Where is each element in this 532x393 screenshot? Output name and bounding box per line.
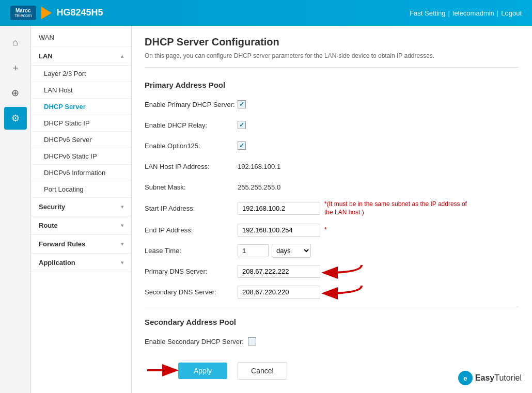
enable-dhcp-relay-row: Enable DHCP Relay: bbox=[145, 118, 519, 132]
enable-option125-row: Enable Option125: bbox=[145, 138, 519, 153]
header-sep1: | bbox=[448, 9, 450, 17]
device-model: HG8245H5 bbox=[57, 7, 103, 18]
sidebar-forwardrules-chevron: ▾ bbox=[121, 241, 123, 247]
primary-dns-input[interactable] bbox=[238, 265, 320, 278]
sidebar-sub-dhcpv6info[interactable]: DHCPv6 Information bbox=[31, 165, 131, 181]
sidebar-forwardrules-label: Forward Rules bbox=[39, 240, 85, 248]
home-icon: ⌂ bbox=[12, 37, 18, 48]
start-ip-row: Start IP Address: *(It must be in the sa… bbox=[145, 200, 519, 216]
sidebar-lan-chevron: ▴ bbox=[121, 53, 123, 59]
apply-arrow-icon bbox=[145, 361, 181, 380]
brand-name: EasyTutoriel bbox=[475, 373, 522, 383]
nav-add-item[interactable]: ＋ bbox=[4, 56, 27, 79]
settings-icon: ⚙ bbox=[11, 113, 20, 124]
primary-dns-arrow-icon bbox=[318, 262, 364, 283]
start-ip-input[interactable] bbox=[238, 202, 320, 215]
cancel-button[interactable]: Cancel bbox=[238, 362, 287, 380]
sidebar-dhcpv6server-label: DHCPv6 Server bbox=[44, 136, 91, 144]
sidebar-section-security[interactable]: Security ▾ bbox=[31, 198, 131, 216]
end-ip-row: End IP Address: * bbox=[145, 223, 519, 237]
sidebar-layer23port-label: Layer 2/3 Port bbox=[44, 70, 86, 77]
sidebar-sub-dhcpserver[interactable]: DHCP Server bbox=[31, 99, 131, 115]
enable-primary-dhcp-checkbox[interactable] bbox=[238, 100, 246, 108]
fast-setting-link[interactable]: Fast Setting bbox=[410, 9, 445, 17]
sidebar-section-lan[interactable]: LAN ▴ bbox=[31, 47, 131, 66]
lease-time-unit-select[interactable]: minutes hours days bbox=[272, 244, 311, 258]
brand-easy: Easy bbox=[475, 373, 494, 382]
page-title: DHCP Server Configuration bbox=[145, 36, 519, 48]
brand-tutoriel: Tutoriel bbox=[494, 373, 522, 382]
primary-dns-row: Primary DNS Server: bbox=[145, 264, 519, 278]
logout-link[interactable]: Logout bbox=[501, 9, 522, 17]
secondary-dns-row: Secondary DNS Server: bbox=[145, 285, 519, 299]
enable-dhcp-relay-label: Enable DHCP Relay: bbox=[145, 121, 238, 129]
start-ip-note: *(It must be in the same subnet as the I… bbox=[324, 200, 469, 216]
sidebar-application-label: Application bbox=[39, 259, 75, 266]
start-ip-label: Start IP Address: bbox=[145, 205, 238, 212]
end-ip-input[interactable] bbox=[238, 224, 320, 237]
sidebar-section-application[interactable]: Application ▾ bbox=[31, 254, 131, 272]
sidebar-security-chevron: ▾ bbox=[121, 204, 123, 210]
logo-line1: Maroc bbox=[14, 8, 32, 13]
subnet-mask-row: Subnet Mask: 255.255.255.0 bbox=[145, 180, 519, 194]
secondary-dns-input[interactable] bbox=[238, 286, 320, 298]
sidebar-portlocating-label: Port Locating bbox=[44, 185, 84, 193]
logo-diamond-icon bbox=[41, 7, 52, 19]
main-content: DHCP Server Configuration On this page, … bbox=[132, 26, 532, 390]
sidebar-sub-layer23port[interactable]: Layer 2/3 Port bbox=[31, 66, 131, 82]
sidebar: WAN LAN ▴ Layer 2/3 Port LAN Host DHCP S… bbox=[31, 26, 132, 393]
apply-button[interactable]: Apply bbox=[178, 363, 227, 379]
sidebar-dhcpv6info-label: DHCPv6 Information bbox=[44, 169, 105, 177]
header-sep2: | bbox=[497, 9, 498, 17]
lan-host-ip-row: LAN Host IP Address: 192.168.100.1 bbox=[145, 159, 519, 174]
enable-secondary-dhcp-label: Enable Secondary DHCP Server: bbox=[145, 338, 248, 345]
primary-pool-title: Primary Address Pool bbox=[145, 78, 519, 89]
sidebar-lanhost-label: LAN Host bbox=[44, 86, 73, 94]
secondary-dns-label: Secondary DNS Server: bbox=[145, 288, 238, 296]
sidebar-application-chevron: ▾ bbox=[121, 260, 123, 265]
logo-line2: Telecom bbox=[14, 13, 32, 19]
lan-host-ip-label: LAN Host IP Address: bbox=[145, 163, 238, 170]
enable-dhcp-relay-checkbox[interactable] bbox=[238, 121, 246, 129]
header-right: Fast Setting | telecomadmin | Logout bbox=[410, 9, 522, 17]
sidebar-dhcpserver-label: DHCP Server bbox=[44, 103, 86, 111]
sidebar-section-forwardrules[interactable]: Forward Rules ▾ bbox=[31, 235, 131, 254]
add-icon: ＋ bbox=[11, 61, 20, 74]
sidebar-sub-dhcpv6server[interactable]: DHCPv6 Server bbox=[31, 132, 131, 148]
subnet-mask-value: 255.255.255.0 bbox=[238, 183, 280, 191]
secondary-dns-arrow-icon bbox=[318, 283, 364, 304]
user-link[interactable]: telecomadmin bbox=[452, 9, 494, 17]
brand-icon: e bbox=[458, 371, 473, 385]
sidebar-dhcpv6staticip-label: DHCPv6 Static IP bbox=[44, 152, 97, 160]
sidebar-item-wan[interactable]: WAN bbox=[31, 28, 131, 47]
end-ip-label: End IP Address: bbox=[145, 226, 238, 234]
sidebar-section-route[interactable]: Route ▾ bbox=[31, 216, 131, 235]
enable-secondary-dhcp-checkbox[interactable] bbox=[248, 337, 256, 345]
sidebar-route-label: Route bbox=[39, 222, 58, 229]
network-icon: ⊕ bbox=[11, 87, 19, 99]
nav-network-item[interactable]: ⊕ bbox=[4, 82, 27, 104]
primary-dns-label: Primary DNS Server: bbox=[145, 268, 238, 275]
lan-host-ip-value: 192.168.100.1 bbox=[238, 163, 280, 170]
sidebar-sub-dhcpstaticip[interactable]: DHCP Static IP bbox=[31, 115, 131, 132]
sidebar-sub-portlocating[interactable]: Port Locating bbox=[31, 181, 131, 198]
nav-home-item[interactable]: ⌂ bbox=[4, 31, 27, 54]
icon-nav: ⌂ ＋ ⊕ ⚙ bbox=[0, 26, 31, 393]
header: Maroc Telecom HG8245H5 Fast Setting | te… bbox=[0, 0, 532, 26]
brand-icon-letter: e bbox=[463, 374, 467, 382]
end-ip-note: * bbox=[324, 226, 327, 233]
nav-settings-item[interactable]: ⚙ bbox=[4, 107, 27, 130]
sidebar-sub-dhcpv6staticip[interactable]: DHCPv6 Static IP bbox=[31, 148, 131, 165]
lease-time-input[interactable] bbox=[238, 244, 269, 257]
layout: ⌂ ＋ ⊕ ⚙ WAN LAN ▴ Layer 2/3 Port LAN Hos… bbox=[0, 26, 532, 393]
enable-primary-dhcp-label: Enable Primary DHCP Server: bbox=[145, 101, 238, 108]
sidebar-sub-lanhost[interactable]: LAN Host bbox=[31, 82, 131, 99]
logo-box: Maroc Telecom bbox=[10, 6, 36, 21]
enable-option125-checkbox[interactable] bbox=[238, 142, 246, 150]
brand-footer: e EasyTutoriel bbox=[458, 371, 522, 385]
lease-time-controls: minutes hours days bbox=[238, 244, 311, 258]
page-description: On this page, you can configure DHCP ser… bbox=[145, 52, 519, 68]
secondary-pool-title: Secondary Address Pool bbox=[145, 315, 519, 326]
header-left: Maroc Telecom HG8245H5 bbox=[10, 6, 103, 21]
subnet-mask-label: Subnet Mask: bbox=[145, 183, 238, 191]
